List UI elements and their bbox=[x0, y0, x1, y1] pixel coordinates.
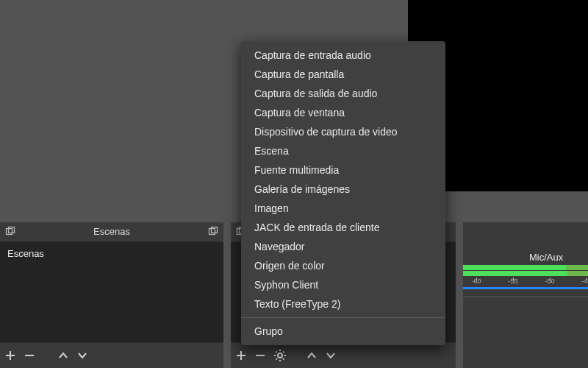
mixer-separator bbox=[463, 296, 588, 297]
svg-rect-3 bbox=[212, 227, 218, 233]
svg-point-12 bbox=[278, 353, 282, 358]
context-menu-item[interactable]: Syphon Client bbox=[241, 275, 445, 294]
dock-splitter-1[interactable] bbox=[223, 222, 231, 368]
add-scene-button[interactable] bbox=[4, 350, 16, 361]
audio-mixer-body: Mic/Aux -60 -55 -50 -45 bbox=[463, 222, 588, 368]
context-menu-item[interactable]: Navegador bbox=[241, 237, 445, 256]
scene-row[interactable]: Escenas bbox=[0, 245, 223, 262]
scenes-panel-header[interactable]: Escenas bbox=[0, 222, 223, 242]
sources-toolbar bbox=[231, 342, 456, 368]
context-menu-item[interactable]: Escena bbox=[241, 141, 445, 160]
remove-source-button[interactable] bbox=[254, 350, 266, 361]
context-menu-item[interactable]: Fuente multimedia bbox=[241, 160, 445, 180]
context-menu-item[interactable]: Dispositivo de captura de video bbox=[241, 122, 445, 141]
context-menu-item-group[interactable]: Grupo bbox=[241, 322, 445, 341]
remove-scene-button[interactable] bbox=[24, 350, 35, 361]
svg-rect-0 bbox=[7, 229, 12, 235]
scene-row-label: Escenas bbox=[7, 248, 44, 259]
popout-icon[interactable] bbox=[4, 225, 16, 237]
meter-ticks: -60 -55 -50 -45 bbox=[463, 277, 588, 285]
add-source-context-menu: Captura de entrada audioCaptura de panta… bbox=[241, 41, 445, 345]
move-scene-down-button[interactable] bbox=[76, 350, 88, 361]
scenes-panel-title: Escenas bbox=[93, 226, 130, 237]
context-menu-item[interactable]: Captura de salida de audio bbox=[241, 84, 445, 103]
move-scene-up-button[interactable] bbox=[57, 350, 69, 361]
context-menu-item[interactable]: Captura de ventana bbox=[241, 103, 445, 122]
move-source-up-button[interactable] bbox=[306, 350, 318, 361]
scenes-list[interactable]: Escenas bbox=[0, 242, 223, 342]
context-menu-item[interactable]: Captura de entrada audio bbox=[241, 46, 445, 65]
context-menu-item[interactable]: Origen de color bbox=[241, 256, 445, 275]
context-menu-item[interactable]: JACK de entrada de cliente bbox=[241, 218, 445, 237]
context-menu-item[interactable]: Galería de imágenes bbox=[241, 180, 445, 199]
scenes-toolbar bbox=[0, 342, 223, 368]
svg-rect-2 bbox=[209, 229, 215, 235]
context-menu-separator bbox=[241, 317, 445, 318]
volume-slider[interactable] bbox=[463, 287, 588, 289]
mixer-channel-label: Mic/Aux bbox=[529, 252, 563, 263]
app-window: Escenas Escenas bbox=[0, 0, 588, 368]
context-menu-item[interactable]: Captura de pantalla bbox=[241, 65, 445, 84]
source-settings-button[interactable] bbox=[273, 349, 287, 362]
dock-splitter-2[interactable] bbox=[456, 222, 463, 368]
popout-icon[interactable] bbox=[207, 225, 219, 237]
svg-rect-1 bbox=[9, 227, 15, 233]
move-source-down-button[interactable] bbox=[325, 350, 337, 361]
audio-mixer-panel: Mic/Aux -60 -55 -50 -45 bbox=[463, 222, 588, 368]
audio-meter: -60 -55 -50 -45 bbox=[463, 265, 588, 289]
context-menu-item[interactable]: Imagen bbox=[241, 199, 445, 218]
scenes-panel: Escenas Escenas bbox=[0, 222, 223, 368]
add-source-button[interactable] bbox=[235, 350, 247, 361]
context-menu-item[interactable]: Texto (FreeType 2) bbox=[241, 294, 445, 314]
